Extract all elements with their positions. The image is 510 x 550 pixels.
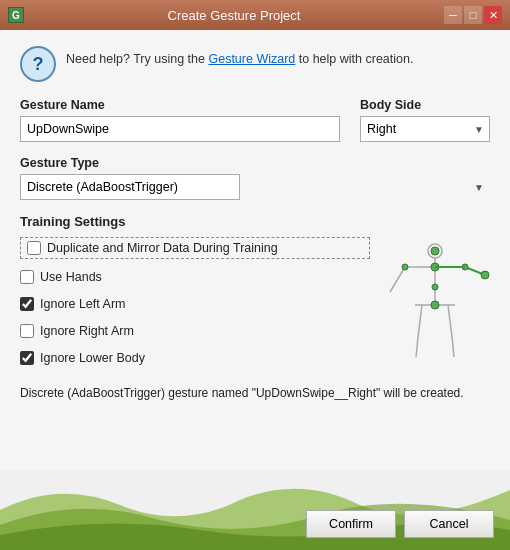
ignore-left-arm-row: Ignore Left Arm (20, 293, 370, 315)
gesture-name-label: Gesture Name (20, 98, 340, 112)
gesture-type-label: Gesture Type (20, 156, 490, 170)
cancel-button[interactable]: Cancel (404, 510, 494, 538)
gesture-name-group: Gesture Name (20, 98, 340, 142)
svg-point-11 (431, 247, 439, 255)
title-bar: G Create Gesture Project ─ □ ✕ (0, 0, 510, 30)
duplicate-mirror-row: Duplicate and Mirror Data During Trainin… (20, 237, 370, 259)
app-icon: G (8, 7, 24, 23)
ignore-lower-body-row: Ignore Lower Body (20, 347, 370, 369)
svg-point-17 (431, 301, 439, 309)
maximize-button[interactable]: □ (464, 6, 482, 24)
ignore-lower-body-label: Ignore Lower Body (40, 351, 145, 365)
minimize-button[interactable]: ─ (444, 6, 462, 24)
checkboxes-area: Duplicate and Mirror Data During Trainin… (20, 237, 370, 374)
svg-line-10 (452, 337, 454, 357)
gesture-type-select[interactable]: Discrete (AdaBoostTrigger) Continuous Po… (20, 174, 240, 200)
use-hands-label: Use Hands (40, 270, 102, 284)
body-side-select[interactable]: Right Left Both (360, 116, 490, 142)
status-message: Discrete (AdaBoostTrigger) gesture named… (20, 384, 490, 402)
svg-line-4 (390, 267, 405, 292)
gesture-type-arrow-icon: ▼ (474, 182, 484, 193)
body-side-wrapper: Right Left Both ▼ (360, 116, 490, 142)
main-content: ? Need help? Try using the Gesture Wizar… (0, 30, 510, 470)
svg-point-13 (402, 264, 408, 270)
ignore-right-arm-checkbox[interactable] (20, 324, 34, 338)
gesture-type-wrapper: Discrete (AdaBoostTrigger) Continuous Po… (20, 174, 490, 200)
body-side-group: Body Side Right Left Both ▼ (360, 98, 490, 142)
gesture-wizard-link[interactable]: Gesture Wizard (208, 52, 295, 66)
window-title: Create Gesture Project (24, 8, 444, 23)
ignore-right-arm-label: Ignore Right Arm (40, 324, 134, 338)
training-area: Duplicate and Mirror Data During Trainin… (20, 237, 490, 374)
ignore-right-arm-row: Ignore Right Arm (20, 320, 370, 342)
svg-point-15 (481, 271, 489, 279)
close-button[interactable]: ✕ (484, 6, 502, 24)
svg-line-7 (418, 305, 422, 337)
ignore-lower-body-checkbox[interactable] (20, 351, 34, 365)
svg-line-8 (416, 337, 418, 357)
confirm-button[interactable]: Confirm (306, 510, 396, 538)
training-section-label: Training Settings (20, 214, 490, 229)
svg-line-9 (448, 305, 452, 337)
gesture-name-input[interactable] (20, 116, 340, 142)
name-bodyside-row: Gesture Name Body Side Right Left Both ▼ (20, 98, 490, 142)
svg-point-16 (432, 284, 438, 290)
window-controls: ─ □ ✕ (444, 6, 502, 24)
help-icon: ? (20, 46, 56, 82)
ignore-left-arm-checkbox[interactable] (20, 297, 34, 311)
duplicate-mirror-checkbox[interactable] (27, 241, 41, 255)
ignore-left-arm-label: Ignore Left Arm (40, 297, 125, 311)
duplicate-mirror-label: Duplicate and Mirror Data During Trainin… (47, 241, 278, 255)
footer-buttons: Confirm Cancel (306, 510, 494, 538)
use-hands-checkbox[interactable] (20, 270, 34, 284)
skeleton-svg (380, 237, 490, 367)
gesture-type-row: Gesture Type Discrete (AdaBoostTrigger) … (20, 156, 490, 200)
help-text: Need help? Try using the Gesture Wizard … (66, 46, 413, 69)
use-hands-row: Use Hands (20, 266, 370, 288)
help-row: ? Need help? Try using the Gesture Wizar… (20, 46, 490, 82)
skeleton-figure (380, 237, 490, 367)
body-side-label: Body Side (360, 98, 490, 112)
gesture-type-group: Gesture Type Discrete (AdaBoostTrigger) … (20, 156, 490, 200)
footer: Confirm Cancel (0, 470, 510, 550)
